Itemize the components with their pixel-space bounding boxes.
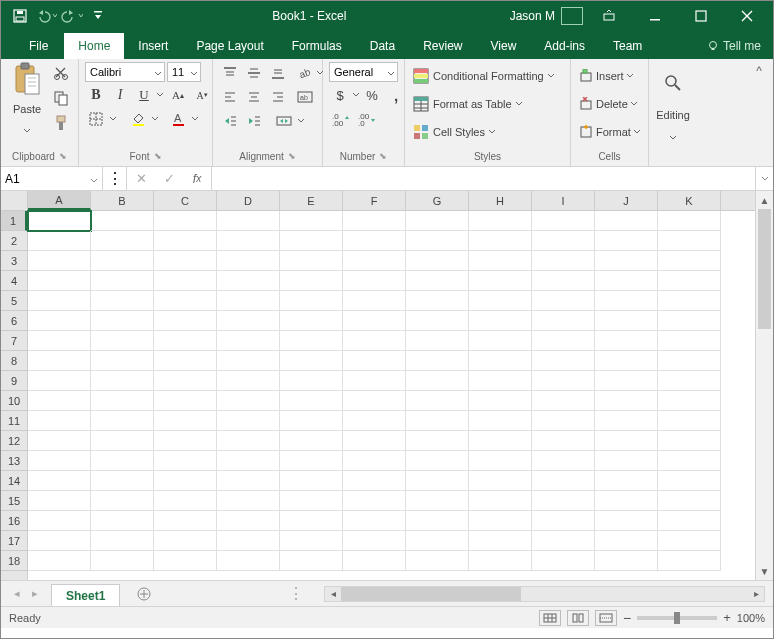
cell-K8[interactable] (658, 351, 721, 371)
row-header-10[interactable]: 10 (1, 391, 27, 411)
cell-A10[interactable] (28, 391, 91, 411)
align-center-button[interactable] (243, 86, 265, 108)
cell-G15[interactable] (406, 491, 469, 511)
cell-H9[interactable] (469, 371, 532, 391)
cell-F3[interactable] (343, 251, 406, 271)
font-name-combo[interactable]: Calibri (85, 62, 165, 82)
cell-I2[interactable] (532, 231, 595, 251)
format-cells-button[interactable]: Format (577, 120, 642, 144)
cell-C3[interactable] (154, 251, 217, 271)
cell-I15[interactable] (532, 491, 595, 511)
tab-formulas[interactable]: Formulas (278, 33, 356, 59)
editing-dropdown[interactable] (662, 127, 684, 147)
cell-H16[interactable] (469, 511, 532, 531)
cell-B4[interactable] (91, 271, 154, 291)
zoom-level[interactable]: 100% (737, 612, 765, 624)
cell-H15[interactable] (469, 491, 532, 511)
save-button[interactable] (9, 5, 31, 27)
v-scroll-thumb[interactable] (758, 209, 771, 329)
tab-addins[interactable]: Add-ins (530, 33, 599, 59)
cell-H17[interactable] (469, 531, 532, 551)
cell-B6[interactable] (91, 311, 154, 331)
cell-H3[interactable] (469, 251, 532, 271)
name-box-divider[interactable]: ⋮ (103, 167, 127, 190)
cell-G18[interactable] (406, 551, 469, 571)
cell-G11[interactable] (406, 411, 469, 431)
cell-D10[interactable] (217, 391, 280, 411)
column-header-F[interactable]: F (343, 191, 406, 210)
cell-A5[interactable] (28, 291, 91, 311)
cell-K18[interactable] (658, 551, 721, 571)
cell-C12[interactable] (154, 431, 217, 451)
scroll-left-button[interactable]: ◂ (325, 588, 341, 599)
cell-C16[interactable] (154, 511, 217, 531)
cell-I1[interactable] (532, 211, 595, 231)
zoom-slider[interactable] (637, 616, 717, 620)
row-header-12[interactable]: 12 (1, 431, 27, 451)
cell-E1[interactable] (280, 211, 343, 231)
cell-C14[interactable] (154, 471, 217, 491)
column-header-H[interactable]: H (469, 191, 532, 210)
tab-team[interactable]: Team (599, 33, 656, 59)
cell-A13[interactable] (28, 451, 91, 471)
cell-B8[interactable] (91, 351, 154, 371)
cell-D14[interactable] (217, 471, 280, 491)
cell-C18[interactable] (154, 551, 217, 571)
cell-A18[interactable] (28, 551, 91, 571)
cell-D4[interactable] (217, 271, 280, 291)
row-header-5[interactable]: 5 (1, 291, 27, 311)
cell-C1[interactable] (154, 211, 217, 231)
font-color-button[interactable]: A (167, 108, 189, 130)
cell-F7[interactable] (343, 331, 406, 351)
cell-I9[interactable] (532, 371, 595, 391)
column-header-J[interactable]: J (595, 191, 658, 210)
row-header-16[interactable]: 16 (1, 511, 27, 531)
cell-J10[interactable] (595, 391, 658, 411)
cell-B5[interactable] (91, 291, 154, 311)
cell-C13[interactable] (154, 451, 217, 471)
cell-I5[interactable] (532, 291, 595, 311)
cell-H6[interactable] (469, 311, 532, 331)
cell-F8[interactable] (343, 351, 406, 371)
cell-F17[interactable] (343, 531, 406, 551)
cell-G17[interactable] (406, 531, 469, 551)
row-header-1[interactable]: 1 (1, 211, 27, 231)
cell-B9[interactable] (91, 371, 154, 391)
cell-E7[interactable] (280, 331, 343, 351)
cell-I8[interactable] (532, 351, 595, 371)
cell-G3[interactable] (406, 251, 469, 271)
cell-I11[interactable] (532, 411, 595, 431)
redo-button[interactable] (61, 5, 83, 27)
column-header-I[interactable]: I (532, 191, 595, 210)
page-layout-view-button[interactable] (567, 610, 589, 626)
cell-G6[interactable] (406, 311, 469, 331)
zoom-in-button[interactable]: + (723, 610, 731, 625)
cell-H13[interactable] (469, 451, 532, 471)
cell-F14[interactable] (343, 471, 406, 491)
cell-E9[interactable] (280, 371, 343, 391)
cell-A4[interactable] (28, 271, 91, 291)
cell-E3[interactable] (280, 251, 343, 271)
cell-G14[interactable] (406, 471, 469, 491)
cell-K6[interactable] (658, 311, 721, 331)
close-button[interactable] (727, 2, 767, 30)
cell-H1[interactable] (469, 211, 532, 231)
cell-K12[interactable] (658, 431, 721, 451)
conditional-formatting-button[interactable]: Conditional Formatting (411, 64, 564, 88)
cell-B7[interactable] (91, 331, 154, 351)
italic-button[interactable]: I (109, 84, 131, 106)
cell-F6[interactable] (343, 311, 406, 331)
cell-H7[interactable] (469, 331, 532, 351)
merge-dropdown[interactable] (297, 110, 305, 132)
cell-D6[interactable] (217, 311, 280, 331)
percent-format-button[interactable]: % (361, 84, 383, 106)
cell-C17[interactable] (154, 531, 217, 551)
cell-J3[interactable] (595, 251, 658, 271)
align-bottom-button[interactable] (267, 62, 289, 84)
cell-A9[interactable] (28, 371, 91, 391)
collapse-ribbon-button[interactable]: ^ (751, 63, 767, 79)
decrease-decimal-button[interactable]: .00.0 (355, 108, 379, 130)
cell-H4[interactable] (469, 271, 532, 291)
cell-F11[interactable] (343, 411, 406, 431)
cell-J6[interactable] (595, 311, 658, 331)
